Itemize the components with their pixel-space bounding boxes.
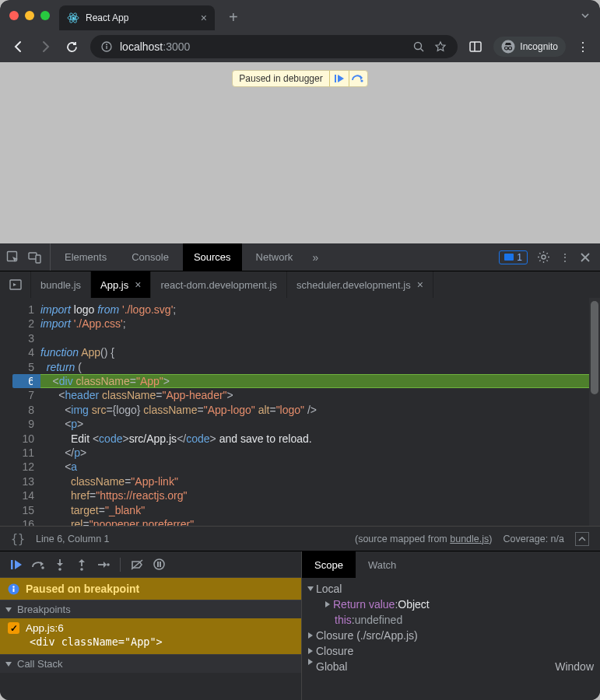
scope-tab-bar: Scope Watch <box>302 551 600 578</box>
source-tab-scheduler[interactable]: scheduler.development.js× <box>287 271 433 298</box>
svg-point-16 <box>361 79 363 82</box>
tab-network[interactable]: Network <box>245 243 304 271</box>
svg-point-7 <box>415 42 422 49</box>
svg-rect-19 <box>36 255 40 263</box>
line-gutter[interactable]: 12345678910111213141516 <box>0 298 40 526</box>
svg-point-21 <box>542 255 546 259</box>
code-editor[interactable]: 12345678910111213141516 import logo from… <box>0 298 600 526</box>
svg-rect-20 <box>504 254 514 261</box>
coverage-toggle-icon[interactable] <box>575 532 589 546</box>
close-devtools-icon[interactable] <box>580 252 591 263</box>
svg-point-0 <box>68 16 79 19</box>
address-field[interactable]: localhost:3000 <box>90 35 458 58</box>
scope-closure[interactable]: Closure <box>316 643 353 659</box>
tab-list-button[interactable] <box>580 10 591 21</box>
devtools-toggle-icon[interactable] <box>468 40 482 54</box>
forward-button[interactable] <box>37 39 53 54</box>
inspect-element-icon[interactable] <box>5 249 22 266</box>
scope-global[interactable]: Global <box>316 659 347 674</box>
bookmark-icon[interactable] <box>434 40 447 53</box>
paused-message: Paused on breakpoint <box>0 578 301 600</box>
source-tab-react-dom[interactable]: react-dom.development.js <box>151 271 287 298</box>
breakpoint-row[interactable]: ✓App.js:6 <div className="App"> <box>0 618 301 654</box>
source-tab-bar: bundle.js App.js× react-dom.development.… <box>0 271 600 298</box>
incognito-badge[interactable]: Incognito <box>493 37 566 57</box>
tab-sources[interactable]: Sources <box>183 243 242 271</box>
tab-elements[interactable]: Elements <box>54 243 118 271</box>
breakpoint-code: <div className="App"> <box>8 635 293 648</box>
page-viewport: Paused in debugger <box>0 62 600 243</box>
editor-status-bar: {} Line 6, Column 1 (source mapped from … <box>0 526 600 551</box>
issues-badge[interactable]: 1 <box>499 250 528 264</box>
svg-point-36 <box>12 586 14 587</box>
source-tab-bundle[interactable]: bundle.js <box>31 271 91 298</box>
close-tab-icon[interactable]: × <box>135 278 141 291</box>
browser-tab-title: React App <box>86 12 128 23</box>
source-tab-app[interactable]: App.js× <box>91 271 151 298</box>
this-value: undefined <box>355 612 403 628</box>
more-tabs-icon[interactable]: » <box>307 249 324 266</box>
svg-point-28 <box>80 568 83 571</box>
incognito-icon <box>501 40 515 54</box>
resume-banner-button[interactable] <box>330 71 349 86</box>
scope-closure-app[interactable]: Closure (./src/App.js) <box>316 628 418 643</box>
window-controls <box>9 11 50 20</box>
url-text: localhost:3000 <box>120 40 190 53</box>
title-bar: React App × + <box>0 0 600 31</box>
device-toggle-icon[interactable] <box>26 249 44 266</box>
svg-rect-9 <box>470 42 481 51</box>
code-content[interactable]: import logo from './logo.svg';import './… <box>40 298 600 526</box>
global-value[interactable]: Window <box>555 659 594 674</box>
menu-icon[interactable]: ⋮ <box>577 40 589 54</box>
address-bar: localhost:3000 Incognito ⋮ <box>0 31 600 62</box>
svg-point-26 <box>58 568 61 571</box>
pause-on-exception-button[interactable] <box>149 555 169 575</box>
bundle-link[interactable]: bundle.js <box>450 534 489 544</box>
reload-button[interactable] <box>64 39 79 54</box>
minimize-window-button[interactable] <box>25 11 34 20</box>
svg-point-5 <box>106 44 107 45</box>
return-value[interactable]: Object <box>398 597 429 612</box>
step-into-button[interactable] <box>50 555 70 575</box>
settings-icon[interactable] <box>537 250 550 264</box>
debugger-left-pane: Paused on breakpoint Breakpoints ✓App.js… <box>0 551 302 700</box>
debugger-pane: Paused on breakpoint Breakpoints ✓App.js… <box>0 551 600 700</box>
navigator-toggle-icon[interactable] <box>0 271 31 298</box>
tab-close-icon[interactable]: × <box>201 12 207 24</box>
deactivate-breakpoints-button[interactable] <box>127 555 147 575</box>
svg-point-3 <box>72 17 75 19</box>
debugger-toolbar <box>0 551 301 578</box>
source-mapped-label: (source mapped from bundle.js) <box>355 534 493 544</box>
return-value-label: Return value <box>333 597 395 612</box>
close-window-button[interactable] <box>9 11 19 20</box>
scope-local[interactable]: Local <box>316 581 342 597</box>
scope-body[interactable]: Local Return value: Object this: undefin… <box>302 578 600 677</box>
pretty-print-icon[interactable]: {} <box>11 532 25 546</box>
browser-tab[interactable]: React App × <box>59 5 215 30</box>
this-label: this <box>335 612 352 628</box>
callstack-header[interactable]: Call Stack <box>0 654 301 673</box>
search-icon[interactable] <box>413 41 425 53</box>
more-options-icon[interactable]: ⋮ <box>560 251 570 264</box>
tab-scope[interactable]: Scope <box>302 551 356 578</box>
new-tab-button[interactable]: + <box>229 9 238 26</box>
tab-console[interactable]: Console <box>121 243 180 271</box>
coverage-label: Coverage: n/a <box>503 534 564 544</box>
back-button[interactable] <box>11 39 26 54</box>
site-info-icon[interactable] <box>101 41 112 52</box>
incognito-label: Incognito <box>520 41 558 52</box>
step-banner-button[interactable] <box>349 71 367 86</box>
maximize-window-button[interactable] <box>40 11 50 20</box>
svg-rect-23 <box>11 560 13 569</box>
svg-line-8 <box>421 48 424 51</box>
svg-rect-15 <box>335 75 336 82</box>
step-over-button[interactable] <box>28 555 48 575</box>
svg-point-11 <box>502 40 515 54</box>
resume-button[interactable] <box>6 555 26 575</box>
breakpoints-header[interactable]: Breakpoints <box>0 600 301 618</box>
close-tab-icon[interactable]: × <box>417 278 423 291</box>
tab-watch[interactable]: Watch <box>356 551 409 578</box>
step-out-button[interactable] <box>72 555 92 575</box>
breakpoint-checkbox[interactable]: ✓ <box>8 622 19 634</box>
step-button[interactable] <box>93 555 114 575</box>
